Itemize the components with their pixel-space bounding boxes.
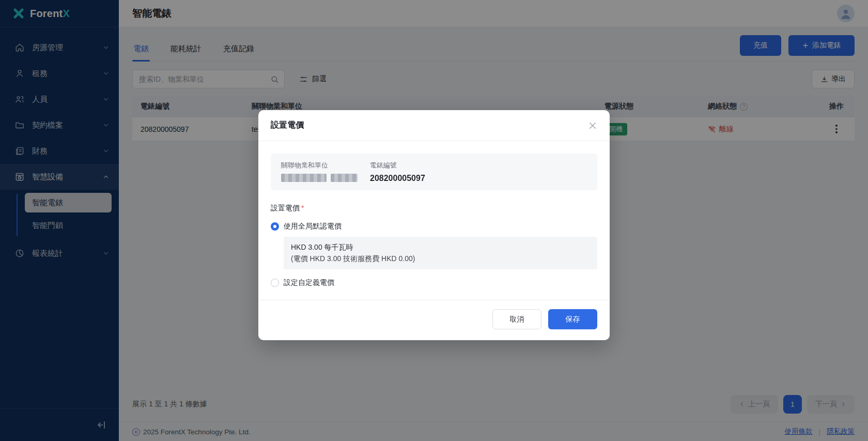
- radio-option-default-price[interactable]: 使用全局默認電價: [271, 222, 597, 231]
- radio-label: 設定自定義電價: [284, 278, 334, 287]
- default-price-box: HKD 3.00 每千瓦時 (電價 HKD 3.00 技術服務費 HKD 0.0…: [284, 237, 597, 269]
- meter-info-box: 關聯物業和單位 電錶編號 208200005097: [271, 154, 597, 190]
- app-root: ForentX 房源管理 租務 人員 契約檔案: [0, 0, 868, 441]
- redacted-property-value: [281, 174, 370, 182]
- radio-selected-icon[interactable]: [271, 222, 279, 231]
- modal-body: 關聯物業和單位 電錶編號 208200005097 設置電價* 使用全局默認電價…: [258, 141, 610, 300]
- set-price-label: 設置電價*: [271, 204, 597, 213]
- close-icon[interactable]: [588, 121, 597, 130]
- property-label: 關聯物業和單位: [281, 161, 370, 170]
- set-price-modal: 設置電價 關聯物業和單位 電錶編號 208200005097 設置電價*: [258, 110, 610, 340]
- price-main: HKD 3.00 每千瓦時: [291, 242, 590, 253]
- price-detail: (電價 HKD 3.00 技術服務費 HKD 0.00): [291, 253, 590, 265]
- meter-id-label: 電錶編號: [370, 161, 425, 170]
- modal-title: 設置電價: [271, 120, 304, 131]
- modal-footer: 取消 保存: [258, 300, 610, 340]
- modal-header: 設置電價: [258, 110, 610, 141]
- radio-unselected-icon[interactable]: [271, 279, 279, 287]
- meter-id-value: 208200005097: [370, 174, 425, 183]
- radio-label: 使用全局默認電價: [284, 222, 342, 231]
- required-asterisk: *: [301, 204, 304, 212]
- cancel-button[interactable]: 取消: [492, 309, 541, 329]
- radio-option-custom-price[interactable]: 設定自定義電價: [271, 278, 597, 287]
- save-button[interactable]: 保存: [548, 309, 597, 329]
